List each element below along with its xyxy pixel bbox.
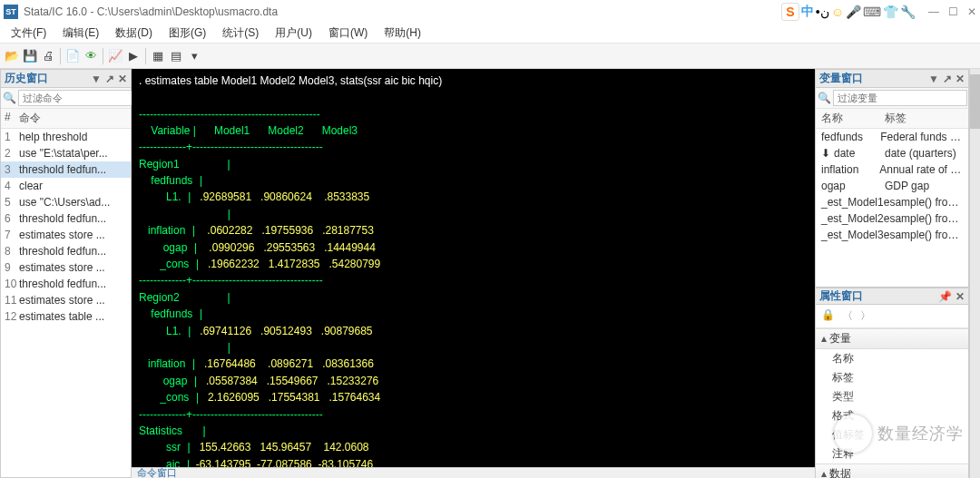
history-col-num: # <box>5 111 19 126</box>
variable-item[interactable]: _est_Model1esample() from es <box>816 194 968 210</box>
menu-statistics[interactable]: 统计(S) <box>215 24 266 43</box>
watermark: 数量经济学 <box>834 415 964 453</box>
history-item[interactable]: 10threshold fedfun... <box>1 276 131 292</box>
variable-item[interactable]: ⬇datedate (quarters) <box>816 145 968 161</box>
history-list: 1help threshold2use "E:\stata\per...3thr… <box>1 129 131 477</box>
command-window-label: 命令窗口 <box>132 467 815 478</box>
properties-title: 属性窗口 <box>819 288 863 304</box>
prop-name-label: 名称 <box>821 351 885 366</box>
data-editor-icon[interactable]: ▦ <box>150 48 166 64</box>
window-title: Stata/IC 16.0 - C:\Users\admin\Desktop\u… <box>24 5 278 18</box>
skin-icon[interactable]: 👕 <box>883 5 898 19</box>
undock-icon[interactable]: ↗ <box>943 73 952 85</box>
history-item[interactable]: 8threshold fedfun... <box>1 243 131 259</box>
menu-user[interactable]: 用户(U) <box>268 24 319 43</box>
variables-filter-input[interactable] <box>833 90 967 106</box>
variables-list: fedfundsFederal funds rate⬇datedate (qua… <box>816 129 968 243</box>
variables-title: 变量窗口 <box>819 71 863 86</box>
prop-variables-head: 变量 <box>829 332 851 345</box>
close-panel-icon[interactable]: ✕ <box>118 73 127 85</box>
ime-toolbar: S 中 •ن ☺ 🎤 ⌨ 👕 🔧 <box>781 3 916 21</box>
more-icon[interactable]: ▾ <box>186 48 202 64</box>
history-item[interactable]: 5use "C:\Users\ad... <box>1 194 131 210</box>
variable-item[interactable]: fedfundsFederal funds rate <box>816 129 968 145</box>
close-button[interactable]: ✕ <box>967 5 976 18</box>
menu-graphics[interactable]: 图形(G) <box>162 24 213 43</box>
menu-help[interactable]: 帮助(H) <box>377 24 428 43</box>
variable-item[interactable]: _est_Model3esample() from es <box>816 227 968 243</box>
print-icon[interactable]: 🖨 <box>40 48 56 64</box>
next-icon[interactable]: 〉 <box>860 308 871 324</box>
results-panel: . estimates table Model1 Model2 Model3, … <box>132 69 815 478</box>
open-icon[interactable]: 📂 <box>4 48 20 64</box>
undock-icon[interactable]: ↗ <box>105 73 114 85</box>
filter-icon[interactable]: ▼ <box>928 73 939 85</box>
search-icon: 🔍 <box>818 92 831 104</box>
tool-icon[interactable]: 🔧 <box>900 5 916 19</box>
search-icon: 🔍 <box>3 92 16 104</box>
do-icon[interactable]: ▶ <box>125 48 142 64</box>
keyboard-icon[interactable]: ⌨ <box>863 5 881 19</box>
ime-lang[interactable]: 中 <box>801 4 814 20</box>
history-item[interactable]: 12estimates table ... <box>1 308 131 325</box>
history-item[interactable]: 11estimates store ... <box>1 292 131 308</box>
scrollbar[interactable] <box>969 69 980 478</box>
history-item[interactable]: 3threshold fedfun... <box>1 161 131 178</box>
app-icon: ST <box>4 5 18 19</box>
prop-label-label: 标签 <box>821 370 885 385</box>
watermark-icon <box>834 415 872 453</box>
watermark-text: 数量经济学 <box>877 423 964 444</box>
prev-icon[interactable]: 〈 <box>842 308 853 324</box>
log-icon[interactable]: 📄 <box>64 48 81 64</box>
history-col-cmd: 命令 <box>19 111 41 126</box>
variable-item[interactable]: inflationAnnual rate of infla <box>816 161 968 178</box>
menu-window[interactable]: 窗口(W) <box>321 24 375 43</box>
toolbar: 📂 💾 🖨 📄 👁 📈 ▶ ▦ ▤ ▾ <box>0 44 980 69</box>
history-item[interactable]: 7estimates store ... <box>1 227 131 243</box>
history-item[interactable]: 6threshold fedfun... <box>1 210 131 227</box>
lock-icon[interactable]: 🔒 <box>821 308 835 324</box>
minimize-button[interactable]: — <box>928 5 939 18</box>
graph-icon[interactable]: 📈 <box>107 48 123 64</box>
history-item[interactable]: 1help threshold <box>1 129 131 145</box>
close-panel-icon[interactable]: ✕ <box>956 73 965 85</box>
var-col-label: 标签 <box>885 111 906 126</box>
save-icon[interactable]: 💾 <box>22 48 38 64</box>
history-title: 历史窗口 <box>5 71 48 86</box>
data-browser-icon[interactable]: ▤ <box>168 48 184 64</box>
variable-item[interactable]: ogapGDP gap <box>816 178 968 194</box>
history-panel: 历史窗口 ▼ ↗ ✕ 🔍 ! # 命令 1help threshold2use … <box>0 69 132 478</box>
viewer-icon[interactable]: 👁 <box>83 48 99 64</box>
prop-type-label: 类型 <box>821 389 885 405</box>
sogou-icon[interactable]: S <box>781 3 799 21</box>
ime-icon[interactable]: •ن <box>816 5 829 19</box>
history-item[interactable]: 9estimates store ... <box>1 259 131 276</box>
variable-item[interactable]: _est_Model2esample() from es <box>816 210 968 227</box>
mic-icon[interactable]: 🎤 <box>846 5 861 19</box>
history-item[interactable]: 2use "E:\stata\per... <box>1 145 131 161</box>
history-item[interactable]: 4clear <box>1 178 131 194</box>
maximize-button[interactable]: ☐ <box>948 5 958 18</box>
pin-icon[interactable]: 📌 <box>938 290 952 303</box>
prop-data-head: 数据 <box>829 467 851 478</box>
menu-edit[interactable]: 编辑(E) <box>55 24 106 43</box>
emoji-icon[interactable]: ☺ <box>831 5 844 19</box>
filter-icon[interactable]: ▼ <box>91 73 102 85</box>
menu-data[interactable]: 数据(D) <box>108 24 160 43</box>
results-output[interactable]: . estimates table Model1 Model2 Model3, … <box>132 69 815 467</box>
var-col-name: 名称 <box>821 111 885 126</box>
close-panel-icon[interactable]: ✕ <box>956 290 965 303</box>
titlebar: ST Stata/IC 16.0 - C:\Users\admin\Deskto… <box>0 0 980 24</box>
menu-file[interactable]: 文件(F) <box>4 24 54 43</box>
menubar: 文件(F) 编辑(E) 数据(D) 图形(G) 统计(S) 用户(U) 窗口(W… <box>0 24 980 44</box>
variables-panel: 变量窗口 ▼ ↗ ✕ 🔍 名称 标签 fedfundsFederal funds… <box>815 69 969 288</box>
